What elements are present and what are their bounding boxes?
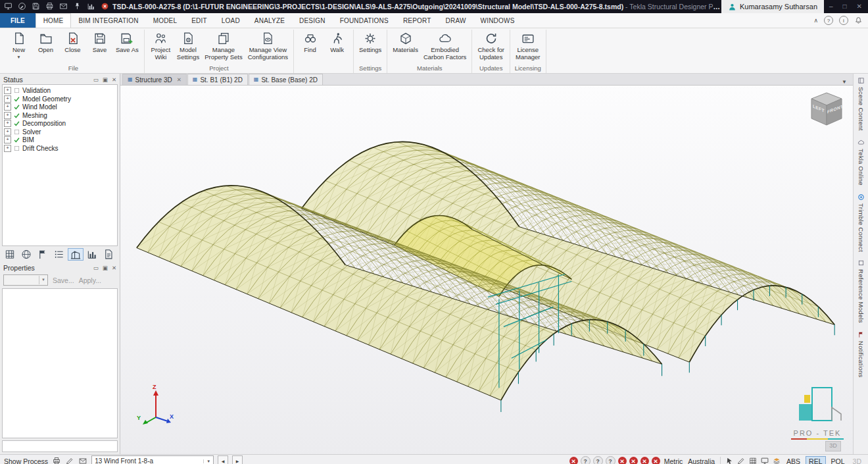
tab-list-icon[interactable]: ▼ (836, 79, 853, 85)
minimize-button[interactable]: – (825, 0, 838, 13)
ribbon-button-find[interactable]: Find (297, 30, 323, 54)
expander-icon[interactable]: + (4, 112, 11, 119)
view-tab-st-base-base-2d[interactable]: ▦St. Base (Base) 2D (249, 74, 323, 85)
side-tab-trimble-connect[interactable]: Trimble Connect (857, 193, 865, 252)
view-tab-st-b1-b1-2d[interactable]: ▦St. B1 (B1) 2D (187, 74, 248, 85)
panel-float-icon[interactable]: ▭ (93, 265, 99, 271)
notifications-bell-icon[interactable] (854, 16, 863, 25)
menu-tab-home[interactable]: HOME (36, 13, 72, 28)
expander-icon[interactable]: + (4, 120, 11, 127)
menu-tab-analyze[interactable]: ANALYZE (247, 13, 292, 28)
question-indicator[interactable]: ? (581, 456, 591, 464)
menu-tab-edit[interactable]: EDIT (184, 13, 214, 28)
ribbon-button-model-settings[interactable]: ModelSettings (175, 30, 201, 61)
mail-icon[interactable] (78, 457, 87, 464)
ribbon-button-walk[interactable]: Walk (324, 30, 350, 54)
country-label[interactable]: Australia (687, 457, 716, 464)
ribbon-button-manage-property-sets[interactable]: ManageProperty Sets (203, 30, 245, 61)
panel-pin-icon[interactable]: ▣ (103, 265, 108, 271)
question-indicator[interactable]: ? (593, 456, 603, 464)
ribbon-button-close[interactable]: Close (60, 30, 85, 54)
chart-icon[interactable] (84, 248, 100, 261)
panel-close-icon[interactable]: ✕ (112, 76, 116, 83)
menu-tab-model[interactable]: MODEL (146, 13, 185, 28)
flag-icon[interactable] (35, 248, 51, 261)
pencil-icon[interactable] (736, 457, 746, 464)
navigation-cube[interactable]: LEFT FRONT (807, 90, 846, 129)
ribbon-button-new[interactable]: New▼ (6, 30, 32, 59)
status-item-decomposition[interactable]: +Decomposition (4, 120, 116, 128)
view-tab-structure-3d[interactable]: ▦Structure 3D✕ (122, 74, 187, 85)
side-tab-reference-models[interactable]: Reference Models (857, 259, 865, 323)
toggle-rel[interactable]: REL (806, 456, 825, 464)
record-icon[interactable] (100, 2, 110, 11)
error-indicator[interactable]: ✕ (629, 457, 638, 464)
side-tab-notifications[interactable]: Notifications (857, 331, 865, 378)
ribbon-button-open[interactable]: Open (33, 30, 59, 54)
question-indicator[interactable]: ? (606, 456, 615, 464)
toggle-abs[interactable]: ABS (784, 457, 803, 464)
status-item-model-geometry[interactable]: +Model Geometry (4, 95, 116, 103)
menu-tab-foundations[interactable]: FOUNDATIONS (333, 13, 396, 28)
menu-tab-draw[interactable]: DRAW (439, 13, 473, 28)
report-icon[interactable] (101, 248, 116, 261)
ribbon-button-license-manager[interactable]: LicenseManager (514, 30, 542, 61)
save-icon[interactable] (31, 2, 41, 11)
menu-tab-bim-integration[interactable]: BIM INTEGRATION (71, 13, 145, 28)
menu-tab-report[interactable]: REPORT (396, 13, 439, 28)
close-tab-icon[interactable]: ✕ (177, 76, 181, 83)
previous-loadcase-button[interactable]: ◀ (218, 455, 228, 464)
side-tab-scene-content[interactable]: Scene Content (857, 77, 865, 131)
menu-tab-design[interactable]: DESIGN (292, 13, 333, 28)
pin-icon[interactable] (72, 2, 82, 11)
printer-icon[interactable] (52, 457, 61, 464)
info-icon[interactable]: i (839, 16, 848, 25)
loadcase-combo[interactable]: 13 Wind Front 1-8-a ▼ (91, 455, 214, 464)
status-item-solver[interactable]: +Solver (4, 128, 116, 136)
grid-icon[interactable] (748, 457, 758, 464)
expander-icon[interactable]: + (4, 128, 11, 136)
expander-icon[interactable]: + (4, 145, 11, 152)
close-button[interactable]: ✕ (852, 0, 867, 13)
expander-icon[interactable]: + (4, 103, 11, 111)
status-item-meshing[interactable]: +Meshing (4, 112, 116, 120)
error-indicator[interactable]: ✕ (652, 457, 660, 464)
panel-pin-icon[interactable]: ▣ (103, 76, 108, 83)
ribbon-button-settings[interactable]: Settings (357, 30, 383, 54)
panel-float-icon[interactable]: ▭ (93, 76, 99, 83)
status-item-validation[interactable]: +Validation (4, 87, 116, 95)
ribbon-button-save[interactable]: Save (87, 30, 112, 54)
ribbon-button-check-for-updates[interactable]: Check forUpdates (475, 30, 506, 61)
ribbon-button-embodied-carbon-factors[interactable]: EmbodiedCarbon Factors (422, 30, 468, 61)
properties-save-button[interactable]: Save... (53, 276, 74, 284)
3d-viewport[interactable]: LEFT FRONT Z Y X (120, 86, 853, 454)
monitor-icon[interactable] (3, 2, 13, 11)
toggle-pol[interactable]: POL (829, 457, 848, 464)
status-item-wind-model[interactable]: +Wind Model (4, 103, 116, 111)
pointer-icon[interactable] (725, 457, 734, 464)
mail-icon[interactable] (59, 2, 68, 11)
ribbon-button-materials[interactable]: Materials (391, 30, 420, 54)
units-metric-label[interactable]: Metric (663, 457, 685, 464)
ribbon-button-project-wiki[interactable]: ProjectWiki (148, 30, 174, 61)
building-icon[interactable] (68, 248, 84, 261)
property-set-select[interactable]: ▼ (3, 274, 48, 286)
expander-icon[interactable]: + (4, 136, 11, 143)
edit-circle-icon[interactable] (17, 2, 27, 11)
structure-3d-scene[interactable] (120, 86, 853, 454)
expander-icon[interactable]: + (4, 95, 11, 103)
maximize-button[interactable]: □ (838, 0, 852, 13)
help-icon[interactable]: ? (824, 16, 833, 25)
properties-apply-button[interactable]: Apply... (79, 276, 101, 284)
user-account-button[interactable]: Kumarasamy Sutharsan (721, 0, 824, 13)
chart-icon[interactable] (86, 2, 96, 11)
side-tab-tekla-online[interactable]: Tekla Online (857, 139, 865, 186)
status-item-bim[interactable]: +BIM (4, 136, 116, 144)
collapse-ribbon-icon[interactable]: ∧ (813, 17, 818, 24)
menu-tab-windows[interactable]: WINDOWS (473, 13, 522, 28)
toggle-3d[interactable]: 3D (850, 457, 864, 464)
error-indicator[interactable]: ✕ (618, 457, 627, 464)
next-loadcase-button[interactable]: ▶ (232, 455, 243, 464)
monitor-icon[interactable] (760, 457, 769, 464)
menu-tab-file[interactable]: FILE (0, 13, 36, 28)
